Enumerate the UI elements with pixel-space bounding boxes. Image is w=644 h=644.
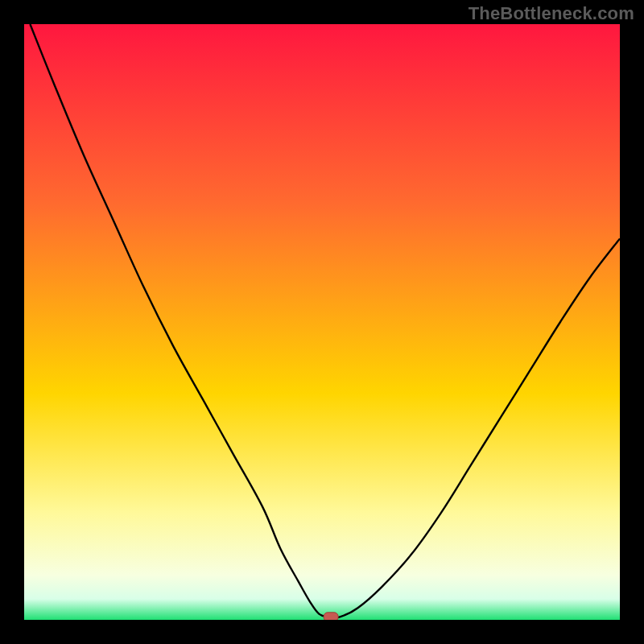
plot-svg	[24, 24, 620, 620]
plot-area	[24, 24, 620, 620]
watermark-text: TheBottleneck.com	[469, 3, 634, 24]
gradient-background	[24, 24, 620, 620]
optimal-point-marker	[324, 613, 338, 620]
chart-stage: TheBottleneck.com	[0, 0, 644, 644]
